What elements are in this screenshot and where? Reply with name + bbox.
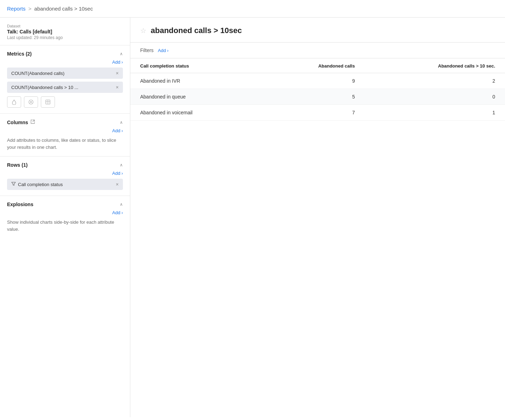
viz-icon-droplet[interactable] (7, 96, 21, 108)
rows-header[interactable]: Rows (1) ∧ (0, 157, 130, 168)
metrics-title: Metrics (2) (7, 51, 32, 57)
explosions-add-label: Add (112, 210, 120, 215)
rows-add-arrow: › (121, 171, 123, 176)
row-0-abandoned-10sec: 2 (365, 73, 505, 89)
svg-point-1 (30, 101, 32, 103)
explosions-title: Explosions (7, 202, 33, 207)
metric-tag-1[interactable]: COUNT(Abandoned calls > 10 ... × (7, 82, 123, 93)
dataset-name: Talk: Calls [default] (7, 29, 123, 34)
metrics-chevron-icon: ∧ (120, 51, 123, 56)
row-1-abandoned-10sec: 0 (365, 89, 505, 105)
metric-tag-label-1: COUNT(Abandoned calls > 10 ... (11, 85, 78, 90)
metrics-add-row: Add › (0, 57, 130, 65)
row-filter-icon (11, 182, 16, 187)
rows-add-label: Add (112, 171, 120, 176)
columns-add-label: Add (112, 128, 120, 133)
metrics-add-label: Add (112, 59, 120, 65)
columns-add-link[interactable]: Add › (112, 128, 123, 133)
rows-add-row: Add › (0, 168, 130, 176)
breadcrumb-separator: > (29, 6, 32, 12)
table-row: Abandoned in voicemail 7 1 (130, 105, 505, 121)
table-header-row: Call completion status Abandoned calls A… (130, 58, 505, 73)
row-tag-remove[interactable]: × (116, 182, 119, 187)
metrics-tags-list: COUNT(Abandoned calls) × COUNT(Abandoned… (0, 65, 130, 93)
metric-tag-0[interactable]: COUNT(Abandoned calls) × (7, 68, 123, 79)
metrics-add-link[interactable]: Add › (112, 59, 123, 65)
table-row: Abandoned in IVR 9 2 (130, 73, 505, 89)
columns-chevron-icon: ∧ (120, 120, 123, 125)
filters-label: Filters (140, 47, 154, 53)
viz-icon-table[interactable] (41, 96, 55, 108)
metrics-header[interactable]: Metrics (2) ∧ (0, 45, 130, 57)
dataset-section: Dataset Talk: Calls [default] Last updat… (0, 18, 130, 45)
data-table: Call completion status Abandoned calls A… (130, 58, 505, 121)
columns-add-row: Add › (0, 125, 130, 133)
row-1-status: Abandoned in queue (130, 89, 262, 105)
filters-add-label: Add (158, 48, 166, 53)
metric-tag-remove-1[interactable]: × (116, 84, 119, 90)
breadcrumb-reports-link[interactable]: Reports (7, 6, 26, 12)
rows-title: Rows (1) (7, 162, 27, 168)
row-tag-label: Call completion status (18, 182, 63, 187)
explosions-chevron-icon: ∧ (120, 202, 123, 207)
rows-section: Rows (1) ∧ Add › Call completion status (0, 157, 130, 196)
filters-add-arrow: › (167, 48, 168, 53)
row-0-status: Abandoned in IVR (130, 73, 262, 89)
row-tag-left: Call completion status (11, 182, 63, 187)
row-1-abandoned: 5 (262, 89, 365, 105)
viz-icons-row (0, 93, 130, 108)
explosions-add-link[interactable]: Add › (112, 210, 123, 215)
content-area: ☆ abandoned calls > 10sec Filters Add › … (130, 18, 505, 417)
breadcrumb-bar: Reports > abandoned calls > 10sec (0, 0, 505, 18)
explosions-hint: Show individual charts side-by-side for … (0, 215, 130, 233)
explosions-section: Explosions ∧ Add › Show individual chart… (0, 196, 130, 238)
row-0-abandoned: 9 (262, 73, 365, 89)
dataset-label: Dataset (7, 24, 123, 28)
table-header: Call completion status Abandoned calls A… (130, 58, 505, 73)
breadcrumb-current-page: abandoned calls > 10sec (34, 6, 93, 12)
col-header-abandoned: Abandoned calls (262, 58, 365, 73)
metrics-section: Metrics (2) ∧ Add › COUNT(Abandoned call… (0, 45, 130, 114)
report-title: abandoned calls > 10sec (151, 26, 242, 35)
filters-bar: Filters Add › (130, 43, 505, 58)
report-header: ☆ abandoned calls > 10sec (130, 18, 505, 43)
columns-title: Columns (7, 119, 35, 125)
explosions-add-arrow: › (121, 210, 123, 215)
columns-external-icon (30, 119, 35, 125)
filters-add-link[interactable]: Add › (158, 48, 168, 53)
table-body: Abandoned in IVR 9 2 Abandoned in queue … (130, 73, 505, 121)
row-2-abandoned: 7 (262, 105, 365, 121)
sidebar: Dataset Talk: Calls [default] Last updat… (0, 18, 130, 417)
dataset-last-updated: Last updated: 29 minutes ago (7, 35, 123, 40)
columns-section: Columns ∧ Add › Add attributes to column… (0, 114, 130, 157)
col-header-abandoned-10sec: Abandoned calls > 10 sec. (365, 58, 505, 73)
row-2-status: Abandoned in voicemail (130, 105, 262, 121)
explosions-header[interactable]: Explosions ∧ (0, 196, 130, 207)
row-tag-call-completion[interactable]: Call completion status × (7, 179, 123, 190)
rows-add-link[interactable]: Add › (112, 171, 123, 176)
col-header-status: Call completion status (130, 58, 262, 73)
main-layout: Dataset Talk: Calls [default] Last updat… (0, 18, 505, 417)
metric-tag-label-0: COUNT(Abandoned calls) (11, 71, 64, 76)
columns-hint: Add attributes to columns, like dates or… (0, 133, 130, 151)
explosions-add-row: Add › (0, 207, 130, 215)
rows-chevron-icon: ∧ (120, 163, 123, 167)
favorite-star-icon[interactable]: ☆ (140, 26, 146, 35)
columns-add-arrow: › (121, 128, 123, 133)
columns-header[interactable]: Columns ∧ (0, 114, 130, 125)
table-row: Abandoned in queue 5 0 (130, 89, 505, 105)
viz-icon-radio[interactable] (24, 96, 38, 108)
row-2-abandoned-10sec: 1 (365, 105, 505, 121)
metric-tag-remove-0[interactable]: × (116, 70, 119, 76)
metrics-add-arrow: › (121, 59, 123, 65)
